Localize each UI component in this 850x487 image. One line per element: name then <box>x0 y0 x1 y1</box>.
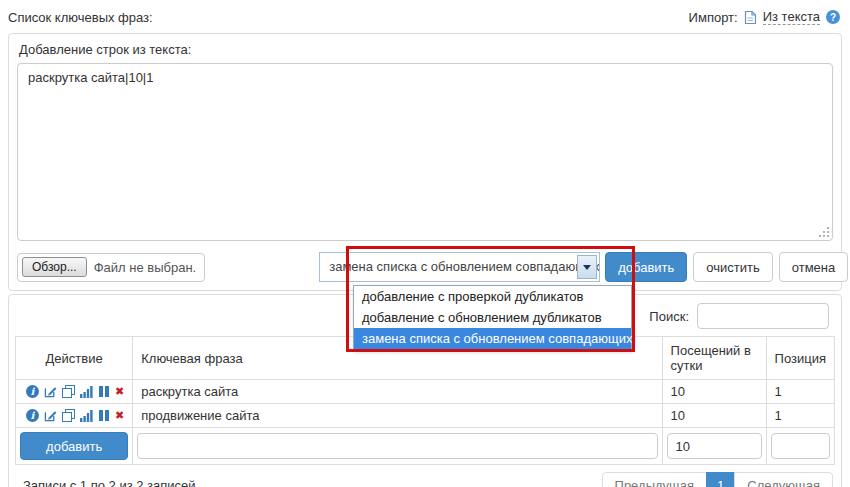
clear-button[interactable]: очистить <box>693 252 772 282</box>
file-input-box: Обзор... Файл не выбран. <box>17 253 205 282</box>
search-label: Поиск: <box>649 309 689 324</box>
delete-icon[interactable]: ✖ <box>115 385 124 398</box>
edit-icon[interactable] <box>44 409 57 422</box>
add-keyword-row: добавить <box>16 428 835 465</box>
select-selected-value: замена списка с обновлением совпадающих <box>320 253 599 274</box>
stats-icon[interactable] <box>80 385 93 398</box>
pagination-page-1[interactable]: 1 <box>706 472 735 487</box>
import-group: Импорт: Из текста ? <box>689 9 840 25</box>
help-icon[interactable]: ? <box>826 10 840 24</box>
row-actions: i ✖ <box>24 385 124 398</box>
import-from-text-link[interactable]: Из текста <box>763 9 820 25</box>
info-icon[interactable]: i <box>26 385 39 398</box>
keywords-table: Действие Ключевая фраза Посещений в сутк… <box>15 336 835 465</box>
stats-icon[interactable] <box>80 409 93 422</box>
cancel-button[interactable]: отмена <box>779 252 848 282</box>
table-wrap: Действие Ключевая фраза Посещений в сутк… <box>9 336 841 465</box>
new-position-input[interactable] <box>771 433 830 459</box>
dropdown-option[interactable]: добавление с обновлением дубликатов <box>354 307 631 328</box>
page-title: Список ключевых фраз: <box>8 10 153 25</box>
records-info: Записи с 1 по 2 из 2 записей <box>23 478 196 487</box>
textarea-wrap: раскрутка сайта|10|1 <box>17 63 833 244</box>
keyword-manager-page: Список ключевых фраз: Импорт: Из текста … <box>0 0 850 487</box>
browse-button[interactable]: Обзор... <box>22 257 87 277</box>
list-footer: Записи с 1 по 2 из 2 записей Предыдущая … <box>9 465 841 487</box>
table-row: i ✖ продвижение сайта 10 1 <box>16 404 835 428</box>
file-status-text: Файл не выбран. <box>94 260 197 275</box>
import-mode-dropdown-list: добавление с проверкой дубликатов добавл… <box>353 285 632 350</box>
delete-icon[interactable]: ✖ <box>115 409 124 422</box>
row-add-button[interactable]: добавить <box>20 432 128 460</box>
copy-icon[interactable] <box>62 409 75 422</box>
pagination-next[interactable]: Следующая <box>734 472 833 487</box>
chevron-down-icon[interactable] <box>577 255 597 279</box>
phrase-cell: продвижение сайта <box>133 404 662 428</box>
add-controls-row: Обзор... Файл не выбран. замена списка с… <box>9 244 841 290</box>
new-visits-input[interactable] <box>667 433 762 459</box>
pagination: Предыдущая 1 Следующая <box>602 472 833 487</box>
document-icon <box>744 10 757 25</box>
dropdown-option-selected[interactable]: замена списка с обновлением совпадающих <box>354 328 631 349</box>
import-label: Импорт: <box>689 10 738 25</box>
copy-icon[interactable] <box>62 385 75 398</box>
dropdown-option[interactable]: добавление с проверкой дубликатов <box>354 286 631 307</box>
pause-icon[interactable] <box>98 409 110 422</box>
add-panel-header: Добавление строк из текста: <box>9 34 841 63</box>
header-action: Действие <box>16 337 133 380</box>
position-cell: 1 <box>766 404 834 428</box>
phrases-textarea[interactable]: раскрутка сайта|10|1 <box>17 63 833 241</box>
header-visits: Посещений в сутки <box>662 337 766 380</box>
add-button[interactable]: добавить <box>605 252 687 282</box>
visits-cell: 10 <box>662 404 766 428</box>
visits-cell: 10 <box>662 380 766 404</box>
new-phrase-input[interactable] <box>137 433 657 459</box>
edit-icon[interactable] <box>44 385 57 398</box>
position-cell: 1 <box>766 380 834 404</box>
phrase-cell: раскрутка сайта <box>133 380 662 404</box>
info-icon[interactable]: i <box>26 409 39 422</box>
resize-handle-icon[interactable] <box>827 235 829 237</box>
row-actions: i ✖ <box>24 409 124 422</box>
add-from-text-panel: Добавление строк из текста: раскрутка са… <box>8 33 842 291</box>
table-row: i ✖ раскрутка сайта 10 1 <box>16 380 835 404</box>
pagination-prev[interactable]: Предыдущая <box>602 472 708 487</box>
top-bar: Список ключевых фраз: Импорт: Из текста … <box>0 0 850 33</box>
header-position: Позиция <box>766 337 834 380</box>
search-input[interactable] <box>697 303 829 329</box>
pause-icon[interactable] <box>98 385 110 398</box>
import-mode-select[interactable]: замена списка с обновлением совпадающих <box>319 252 600 282</box>
